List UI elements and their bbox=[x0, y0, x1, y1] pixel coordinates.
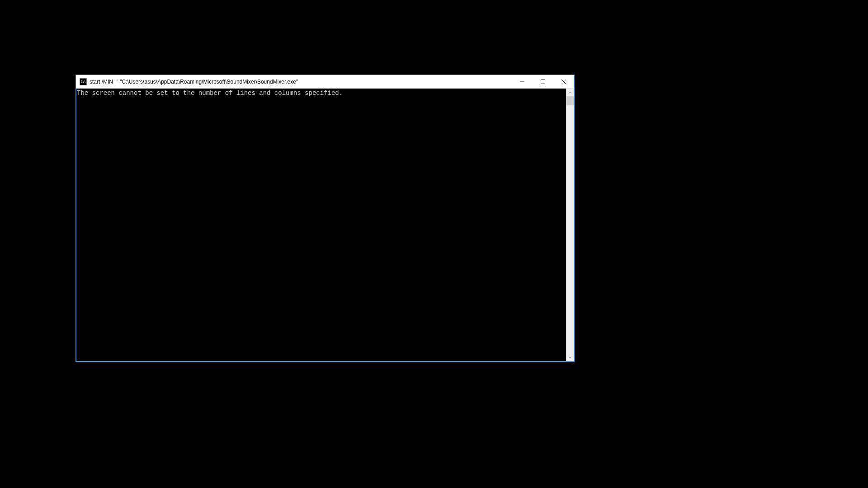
titlebar[interactable]: C:\ start /MIN "" "C:\Users\asus\AppData… bbox=[76, 75, 574, 89]
scroll-down-button[interactable] bbox=[566, 353, 574, 361]
maximize-button[interactable] bbox=[533, 75, 553, 88]
content-area: The screen cannot be set to the number o… bbox=[76, 89, 574, 361]
close-button[interactable] bbox=[553, 75, 574, 88]
command-prompt-window: C:\ start /MIN "" "C:\Users\asus\AppData… bbox=[75, 75, 575, 362]
close-icon bbox=[561, 80, 566, 84]
cmd-icon: C:\ bbox=[80, 78, 87, 85]
window-controls bbox=[512, 75, 574, 88]
svg-rect-1 bbox=[541, 80, 545, 84]
window-title: start /MIN "" "C:\Users\asus\AppData\Roa… bbox=[90, 79, 512, 85]
chevron-up-icon bbox=[568, 91, 572, 94]
maximize-icon bbox=[541, 80, 545, 84]
terminal-output[interactable]: The screen cannot be set to the number o… bbox=[76, 89, 566, 361]
chevron-down-icon bbox=[568, 356, 572, 359]
scroll-up-button[interactable] bbox=[566, 89, 574, 96]
minimize-button[interactable] bbox=[512, 75, 533, 88]
minimize-icon bbox=[520, 80, 524, 84]
scroll-thumb[interactable] bbox=[566, 96, 574, 105]
vertical-scrollbar[interactable] bbox=[566, 89, 574, 361]
scroll-track[interactable] bbox=[566, 96, 574, 353]
